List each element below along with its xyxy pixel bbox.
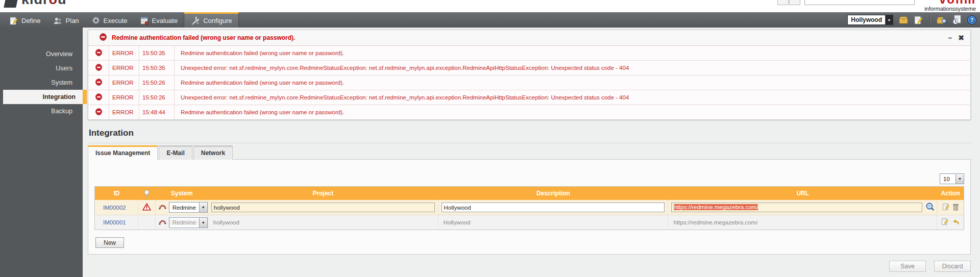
issue-id-link[interactable]: IM00002 (103, 205, 126, 211)
gear-icon (91, 16, 101, 26)
column-header-description: Description (438, 187, 668, 200)
error-minus-icon (95, 64, 102, 72)
undo-icon[interactable] (951, 218, 960, 227)
redmine-arc-icon (159, 219, 166, 226)
delete-icon[interactable] (952, 203, 959, 212)
chevron-down-icon: ▼ (955, 174, 964, 184)
url-value: https://redmine.megazebra.com/ (668, 219, 757, 225)
content-area: Redmine authentication failed (wrong use… (83, 28, 980, 277)
toolbar-tab-execute[interactable]: Execute (85, 12, 134, 28)
save-button[interactable]: Save (889, 261, 926, 272)
edit-icon[interactable] (941, 218, 949, 227)
error-minus-icon (95, 93, 102, 102)
application-window: kidroŭ vöhm informationssysteme Define P… (0, 0, 980, 277)
package-search-icon[interactable] (937, 15, 947, 25)
error-level: ERROR (109, 46, 139, 60)
vendor-logo-top: vöhm (924, 0, 976, 6)
error-time: 15:50:26 (139, 90, 175, 105)
tab-email[interactable]: E-Mail (159, 145, 192, 160)
notes-icon[interactable] (914, 15, 923, 25)
edit-icon[interactable] (942, 203, 950, 212)
project-select-value: Hollywood (848, 16, 885, 23)
error-minus-icon (95, 49, 102, 57)
error-level: ERROR (109, 61, 139, 75)
table-header-row: ID System Project Description URL Action (95, 187, 964, 200)
error-time: 15:50:26 (139, 75, 175, 90)
page-size-select[interactable]: 10 ▼ (940, 173, 964, 184)
top-header-strip: kidroŭ vöhm informationssysteme (0, 0, 980, 13)
tools-icon (190, 16, 200, 26)
header-fragment-button[interactable] (777, 0, 789, 5)
error-panel-header: Redmine authentication failed (wrong use… (88, 30, 970, 46)
logo-text: kidroŭ (21, 0, 67, 8)
logo-text-main: kidr (21, 0, 49, 7)
error-level: ERROR (109, 75, 139, 90)
archive-box-icon[interactable] (898, 15, 909, 24)
table-row: IM00001 Redmine ▼ hollywood Hollywood (95, 215, 964, 230)
column-header-system: System (156, 187, 208, 200)
discard-button[interactable]: Discard (934, 261, 971, 272)
people-icon (53, 16, 63, 25)
main-toolbar: Define Plan Execute Evaluate Configure H… (0, 12, 980, 28)
system-select[interactable]: Redmine ▼ (169, 217, 208, 228)
error-message: Redmine authentication failed (wrong use… (175, 50, 344, 56)
sidebar-item-system[interactable]: System (0, 75, 83, 90)
toolbar-right-controls: Hollywood ▼ ? (847, 12, 977, 28)
report-clock-icon[interactable] (952, 15, 962, 25)
error-level: ERROR (109, 105, 139, 119)
new-button[interactable]: New (95, 237, 124, 248)
help-icon[interactable]: ? (967, 15, 977, 25)
minimize-icon[interactable]: – (948, 34, 952, 41)
toolbar-tab-label: Execute (104, 17, 128, 24)
system-select[interactable]: Redmine ▼ (169, 202, 208, 213)
sidebar-item-overview[interactable]: Overview (0, 47, 83, 61)
sidebar-item-integration[interactable]: Integration (3, 90, 83, 104)
logo-mark-icon (4, 0, 19, 8)
system-select-value: Redmine (169, 219, 199, 225)
spreadsheet-icon (140, 16, 149, 26)
description-input[interactable] (442, 203, 665, 212)
toolbar-tab-plan[interactable]: Plan (47, 12, 85, 28)
description-value: Hollywood (438, 219, 471, 225)
error-message: Redmine authentication failed (wrong use… (175, 80, 344, 86)
toolbar-tab-label: Plan (66, 17, 79, 24)
toolbar-tab-define[interactable]: Define (3, 12, 47, 28)
tab-issue-management[interactable]: Issue Management (88, 145, 158, 160)
column-header-id: ID (95, 187, 138, 200)
toolbar-tab-label: Configure (203, 17, 232, 24)
page-size-value: 10 (940, 176, 955, 182)
vendor-logo-subtitle: informationssysteme (924, 6, 976, 12)
error-message: Unexpected error: net.sf.redmine_mylyn.c… (175, 94, 629, 100)
column-header-url: URL (668, 187, 937, 200)
error-minus-icon (100, 33, 107, 42)
test-connection-icon[interactable] (925, 202, 935, 213)
error-message-panel: Redmine authentication failed (wrong use… (88, 30, 971, 120)
toolbar-tab-configure[interactable]: Configure (184, 12, 238, 28)
close-icon[interactable]: ✖ (958, 34, 964, 41)
vendor-logo: vöhm informationssysteme (924, 0, 976, 12)
bulb-icon (138, 187, 156, 200)
error-time: 15:48:44 (139, 105, 175, 119)
app-logo: kidroŭ (5, 0, 67, 8)
issue-management-panel: 10 ▼ ID System Project Description URL (88, 159, 971, 255)
error-row: ERROR 15:50:35 Redmine authentication fa… (88, 46, 970, 61)
integration-tabs: Issue Management E-Mail Network (88, 145, 971, 160)
redmine-arc-icon (159, 204, 166, 211)
warning-icon (142, 203, 151, 212)
project-input[interactable] (211, 203, 435, 212)
error-message: Redmine authentication failed (wrong use… (175, 109, 344, 115)
issue-id-link[interactable]: IM00001 (103, 219, 126, 225)
toolbar-tab-evaluate[interactable]: Evaluate (134, 12, 184, 28)
error-row: ERROR 15:50:26 Redmine authentication fa… (88, 75, 970, 90)
error-level: ERROR (109, 90, 139, 105)
tab-network[interactable]: Network (193, 145, 233, 160)
sidebar-item-backup[interactable]: Backup (0, 104, 83, 118)
project-value: hollywood (208, 219, 239, 225)
chevron-down-icon: ▼ (199, 218, 207, 228)
header-fragment-button[interactable] (789, 0, 800, 5)
project-select[interactable]: Hollywood ▼ (847, 15, 893, 25)
url-input[interactable]: https://redmine.megazebra.com/ (671, 203, 922, 212)
column-header-action: Action (937, 187, 964, 200)
header-fragment-input[interactable] (804, 0, 915, 5)
sidebar-item-users[interactable]: Users (0, 61, 83, 75)
